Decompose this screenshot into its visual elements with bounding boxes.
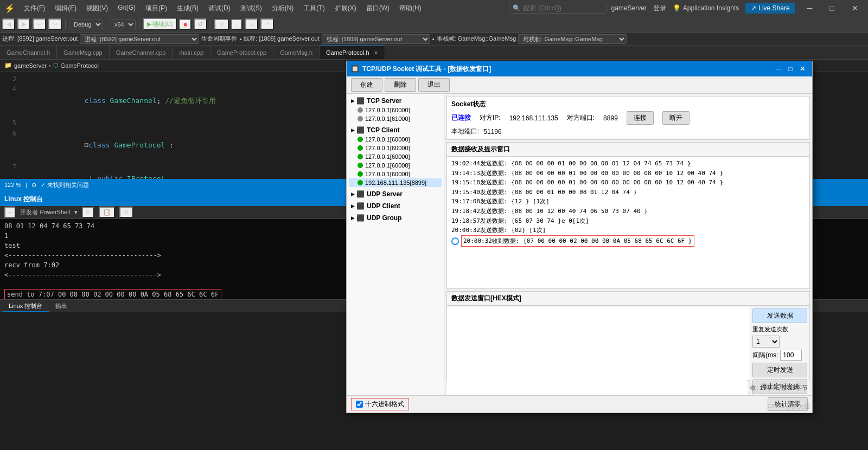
- create-btn[interactable]: 创建: [351, 78, 382, 92]
- remote-port-label: 对方端口:: [567, 113, 595, 123]
- step-into-btn[interactable]: ↘: [245, 18, 258, 30]
- menu-window[interactable]: 窗口(W): [362, 3, 394, 14]
- tab-gamechannel-cpp[interactable]: GameChannel.cpp: [110, 46, 173, 59]
- menu-project[interactable]: 项目(P): [141, 3, 171, 14]
- recv-panel: 数据接收及提示窗口 19:02:44发送数据: {08 00 00 00 01 …: [446, 142, 810, 289]
- local-port-value: 51196: [483, 128, 501, 136]
- menu-git[interactable]: Git(G): [113, 3, 140, 14]
- tree-item-tcp-client-3[interactable]: 127.0.0.1[60000]: [349, 152, 442, 161]
- tab-gameprotocol-h[interactable]: GameProtocol.h ✕: [320, 46, 385, 59]
- tree-item-tcp-client-4[interactable]: 127.0.0.1[60000]: [349, 161, 442, 170]
- step-over-btn[interactable]: ↓: [231, 19, 243, 30]
- settings-btn[interactable]: ⚙: [119, 207, 133, 218]
- menu-file[interactable]: 文件(F): [20, 3, 49, 14]
- tab-output[interactable]: 输出: [49, 301, 74, 311]
- menu-extensions[interactable]: 扩展(X): [330, 3, 361, 14]
- redo-btn[interactable]: ↪: [48, 18, 62, 30]
- tree-item-tcp-client-2[interactable]: 127.0.0.1[60000]: [349, 144, 442, 152]
- tcp-minimize-btn[interactable]: ─: [773, 63, 784, 74]
- debug-mode-select[interactable]: Debug: [69, 20, 103, 29]
- tree-item-tcp-server-2[interactable]: 127.0.0.1[61000]: [349, 114, 442, 123]
- callstack-select[interactable]: 堆栈帧: GameMsg::GameMsg: [518, 34, 627, 44]
- console-title: Linux 控制台: [4, 195, 43, 204]
- tree-item-tcp-client-1[interactable]: 127.0.0.1[60000]: [349, 135, 442, 144]
- app-insights-btn[interactable]: 💡 Application Insights: [673, 4, 739, 12]
- tree-group-udp-client-label[interactable]: ▸ ⬛ UDP Client: [349, 201, 442, 211]
- send-text-input[interactable]: [447, 306, 748, 395]
- menu-debug[interactable]: 调试(D): [204, 3, 235, 14]
- close-btn[interactable]: ✕: [846, 3, 864, 14]
- forward-btn[interactable]: ▶: [17, 18, 30, 30]
- menu-analyze[interactable]: 分析(N): [267, 3, 298, 14]
- undo-btn[interactable]: ↩: [33, 18, 46, 30]
- disconnect-btn[interactable]: 断开: [662, 111, 690, 125]
- terminal-dropdown-icon[interactable]: ▾: [74, 209, 78, 216]
- tab-gamemsg-cpp[interactable]: GameMsg.cpp: [57, 46, 110, 59]
- tcp-tree: ▸ ⬛ TCP Server 127.0.0.1[60000] 127.0.0.…: [347, 94, 444, 395]
- app-insights-icon: 💡: [673, 4, 681, 12]
- login-btn[interactable]: 登录: [653, 4, 666, 13]
- menu-tools[interactable]: 工具(T): [299, 3, 329, 14]
- tcp-close-btn[interactable]: ✕: [797, 63, 808, 74]
- search-box[interactable]: 🔍: [509, 3, 607, 14]
- tree-group-tcp-client-label[interactable]: ▸ ⬛ TCP Client: [349, 125, 442, 135]
- menu-help[interactable]: 帮助(H): [395, 3, 426, 14]
- menu-build[interactable]: 生成(B): [173, 3, 203, 14]
- tree-item-label: 192.168.111.135[8899]: [365, 179, 426, 186]
- vs-icon: ⚡: [4, 3, 15, 14]
- tree-item-tcp-client-5[interactable]: 127.0.0.1[60000]: [349, 170, 442, 178]
- menu-view[interactable]: 视图(V): [82, 3, 112, 14]
- timed-send-btn[interactable]: 定时发送: [752, 363, 807, 377]
- tree-item-tcp-server-1[interactable]: 127.0.0.1[60000]: [349, 106, 442, 114]
- send-data-btn[interactable]: 发送数据: [752, 308, 807, 323]
- tree-group-tcp-server-label[interactable]: ▸ ⬛ TCP Server: [349, 96, 442, 106]
- step-out-btn[interactable]: ↗: [260, 18, 274, 30]
- repeat-input-row: 1 2 5 10: [752, 336, 807, 348]
- live-share-btn[interactable]: ↗ Live Share: [745, 3, 795, 14]
- menu-edit[interactable]: 编辑(E): [50, 3, 81, 14]
- tab-gamechannel-h[interactable]: GameChannel.h: [0, 46, 57, 59]
- pause-btn[interactable]: ⏸: [214, 19, 229, 30]
- paste-btn[interactable]: 📋: [99, 207, 115, 218]
- hex-format-checkbox[interactable]: [356, 401, 363, 408]
- search-input[interactable]: [523, 4, 588, 12]
- file-tabs: GameChannel.h GameMsg.cpp GameChannel.cp…: [0, 46, 868, 60]
- copy-btn[interactable]: ⎘: [82, 207, 94, 218]
- continue-btn[interactable]: ▶ 继续(C): [143, 18, 177, 30]
- tree-group-udp-group-label[interactable]: ▸ ⬛ UDP Group: [349, 213, 442, 223]
- status-dot: [358, 116, 363, 121]
- new-terminal-btn[interactable]: +: [4, 207, 16, 218]
- menu-test[interactable]: 测试(S): [236, 3, 266, 14]
- tree-group-udp-server-label[interactable]: ▸ ⬛ UDP Server: [349, 189, 442, 199]
- delete-btn[interactable]: 删除: [385, 78, 416, 92]
- repeat-select[interactable]: 1 2 5 10: [752, 336, 780, 348]
- interval-input[interactable]: [780, 350, 802, 361]
- tab-close-icon[interactable]: ✕: [374, 50, 378, 56]
- tree-expand-icon: ▸: [351, 126, 354, 134]
- status-dot-green: [358, 145, 363, 151]
- minimize-btn[interactable]: ─: [802, 3, 818, 14]
- tab-gameprotocol-cpp[interactable]: GameProtocol.cpp: [210, 46, 273, 59]
- process-select[interactable]: 进程: [8592] gameServer.out: [80, 34, 199, 44]
- tab-linux-console[interactable]: Linux 控制台: [2, 301, 49, 312]
- back-btn[interactable]: ◀: [2, 18, 15, 30]
- stop-btn[interactable]: ■: [179, 19, 192, 30]
- hex-format-label[interactable]: 十六进制格式: [365, 400, 404, 409]
- tab-main-cpp[interactable]: main.cpp: [173, 46, 210, 59]
- recv-line: 19:17:08发送数据: {12 } [1次]: [451, 197, 805, 207]
- tab-gamemsg-h[interactable]: GameMsg.h: [273, 46, 320, 59]
- recv-content[interactable]: 19:02:44发送数据: {08 00 00 00 01 00 00 00 0…: [447, 157, 809, 288]
- arch-select[interactable]: x64: [110, 20, 136, 29]
- status-dot-green: [358, 180, 363, 185]
- tree-group-udp-server: ▸ ⬛ UDP Server: [349, 189, 442, 199]
- live-share-label: Live Share: [758, 4, 789, 12]
- tcp-maximize-btn[interactable]: □: [785, 63, 796, 74]
- maximize-btn[interactable]: □: [825, 3, 840, 14]
- exit-btn[interactable]: 退出: [418, 78, 450, 92]
- status-dot: [358, 107, 363, 113]
- restart-btn[interactable]: ↺: [194, 18, 207, 30]
- connect-btn[interactable]: 连接: [627, 111, 654, 125]
- tree-group-udp-group: ▸ ⬛ UDP Group: [349, 213, 442, 223]
- tree-item-tcp-client-6[interactable]: 192.168.111.135[8899]: [349, 178, 442, 187]
- thread-select[interactable]: 线程: [1809] gameServer.out: [322, 34, 430, 44]
